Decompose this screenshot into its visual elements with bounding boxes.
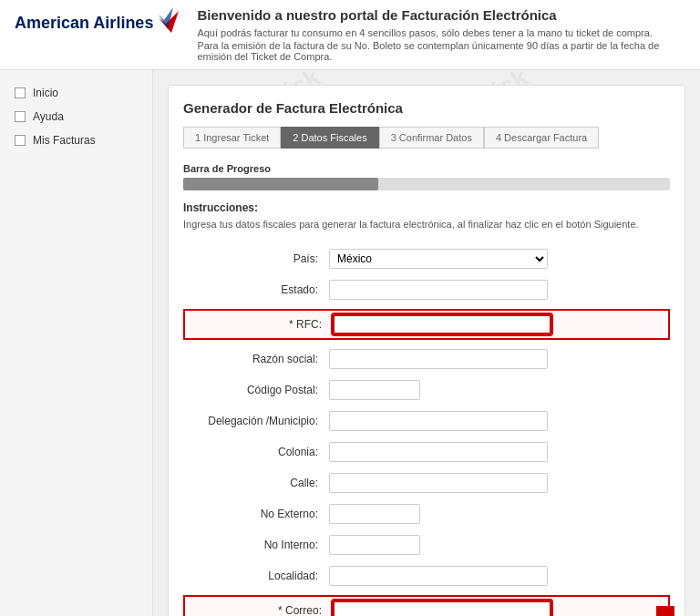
input-calle[interactable] (329, 473, 548, 493)
field-razon-social: Razón social: (183, 347, 670, 371)
instructions-text: Ingresa tus datos fiscales para generar … (183, 218, 670, 231)
input-codigo-postal[interactable] (329, 380, 420, 400)
input-estado[interactable] (329, 280, 548, 300)
sidebar-item-inicio[interactable]: Inicio (0, 81, 152, 105)
input-delegacion[interactable] (329, 411, 548, 431)
sidebar-item-inicio-label: Inicio (33, 87, 58, 99)
header-content: Bienvenido a nuestro portal de Facturaci… (179, 7, 685, 62)
logo-area: American Airlines (15, 7, 179, 39)
field-no-externo: No Externo: (183, 502, 670, 526)
input-razon-social[interactable] (329, 349, 548, 369)
field-calle: Calle: (183, 471, 670, 495)
label-estado: Estado: (183, 283, 329, 296)
layout: Inicio Ayuda Mis Facturas FacturaClick F… (0, 70, 700, 616)
checkbox-icon-2 (15, 111, 26, 122)
label-rfc: * RFC: (187, 318, 333, 331)
label-no-externo: No Externo: (183, 508, 329, 520)
svg-marker-2 (640, 606, 691, 616)
header: American Airlines Bienvenido a nuestro p… (0, 0, 700, 70)
step-4[interactable]: 4 Descargar Factura (484, 127, 599, 149)
field-delegacion: Delegación /Municipio: (183, 409, 670, 433)
header-title: Bienvenido a nuestro portal de Facturaci… (197, 7, 685, 23)
field-estado: Estado: (183, 278, 670, 302)
step-2[interactable]: 2 Datos Fiscales (281, 127, 378, 149)
logo-text: American Airlines (15, 15, 153, 33)
steps-bar: 1 Ingresar Ticket 2 Datos Fiscales 3 Con… (183, 127, 670, 149)
field-rfc: * RFC: (183, 309, 670, 340)
arrow-indicator-icon (640, 606, 691, 616)
field-codigo-postal: Código Postal: (183, 378, 670, 402)
field-correo: * Correo: (183, 595, 670, 616)
field-no-interno: No Interno: (183, 533, 670, 557)
label-razon-social: Razón social: (183, 353, 329, 365)
header-note: Para la emisión de la factura de su No. … (197, 40, 685, 62)
label-no-interno: No Interno: (183, 539, 329, 551)
input-localidad[interactable] (329, 566, 548, 586)
input-rfc[interactable] (333, 314, 551, 334)
field-colonia: Colonia: (183, 440, 670, 464)
label-pais: País: (183, 252, 329, 265)
checkbox-icon (15, 87, 26, 98)
sidebar-item-ayuda[interactable]: Ayuda (0, 105, 152, 128)
main-content: FacturaClick FacturaClick FacturaClick F… (153, 70, 700, 616)
sidebar: Inicio Ayuda Mis Facturas (0, 70, 153, 616)
card-title: Generador de Factura Electrónica (183, 100, 670, 116)
label-localidad: Localidad: (183, 570, 329, 582)
progress-bar (183, 178, 670, 190)
progress-label: Barra de Progreso (183, 163, 670, 174)
field-pais: País: México (183, 247, 670, 271)
progress-bar-fill (183, 178, 378, 190)
logo-bird-icon (159, 7, 179, 39)
instructions-title: Instrucciones: (183, 201, 670, 214)
label-calle: Calle: (183, 477, 329, 489)
sidebar-item-mis-facturas-label: Mis Facturas (33, 134, 96, 147)
input-no-interno[interactable] (329, 535, 420, 555)
input-correo[interactable] (333, 601, 551, 616)
step-3[interactable]: 3 Confirmar Datos (379, 127, 484, 149)
label-correo: * Correo: (187, 604, 333, 616)
input-colonia[interactable] (329, 442, 548, 462)
label-codigo-postal: Código Postal: (183, 384, 329, 396)
form: País: México Estado: * RFC: Ra (183, 247, 670, 616)
label-colonia: Colonia: (183, 446, 329, 458)
sidebar-item-mis-facturas[interactable]: Mis Facturas (0, 128, 152, 152)
field-localidad: Localidad: (183, 564, 670, 588)
sidebar-item-ayuda-label: Ayuda (33, 110, 64, 123)
header-subtitle: Aquí podrás facturar tu consumo en 4 sen… (197, 26, 685, 40)
label-delegacion: Delegación /Municipio: (183, 415, 329, 427)
form-card: Generador de Factura Electrónica 1 Ingre… (168, 85, 685, 616)
step-1[interactable]: 1 Ingresar Ticket (183, 127, 281, 149)
checkbox-icon-3 (15, 135, 26, 146)
input-pais[interactable]: México (329, 249, 548, 269)
input-no-externo[interactable] (329, 504, 420, 524)
